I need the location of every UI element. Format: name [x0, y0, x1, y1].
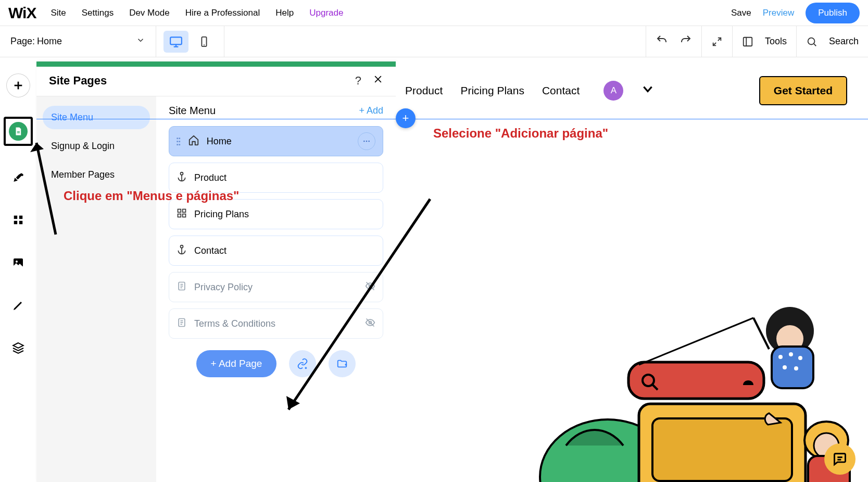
wix-logo: WiX [8, 4, 36, 22]
page-item-label: Terms & Conditions [194, 318, 275, 329]
layers-button[interactable] [7, 337, 30, 360]
menu-site[interactable]: Site [51, 8, 66, 18]
hero-illustration [535, 289, 858, 482]
add-element-button[interactable] [7, 74, 30, 97]
home-icon [188, 134, 199, 149]
page-selector[interactable]: Page: Home [0, 26, 156, 57]
anchor-icon [177, 171, 187, 184]
grid-icon [177, 208, 187, 221]
svg-point-24 [366, 141, 368, 142]
page-item-label: Product [194, 172, 227, 183]
page-item-privacy-policy[interactable]: Privacy Policy [169, 272, 383, 302]
svg-point-32 [181, 245, 183, 248]
add-menu-link[interactable]: + Add [359, 105, 383, 116]
chat-button[interactable] [824, 443, 856, 475]
menu-upgrade[interactable]: Upgrade [309, 8, 343, 18]
svg-point-60 [789, 352, 793, 356]
tab-site-menu[interactable]: Site Menu [43, 106, 150, 129]
panel-footer: + Add Page [169, 339, 383, 380]
add-link-button[interactable] [289, 350, 316, 377]
zoom-out-button[interactable] [701, 26, 732, 57]
theme-button[interactable] [7, 166, 30, 189]
page-item-more-button[interactable] [358, 132, 375, 150]
svg-point-19 [16, 261, 18, 263]
top-menu-bar: WiX Site Settings Dev Mode Hire a Profes… [0, 0, 868, 26]
get-started-button[interactable]: Get Started [759, 76, 847, 105]
chevron-down-icon [136, 35, 145, 47]
section-separator: + [36, 119, 868, 119]
svg-point-26 [181, 172, 183, 175]
add-folder-button[interactable] [329, 350, 356, 377]
svg-point-9 [808, 38, 815, 44]
left-rail [0, 61, 36, 368]
add-section-button[interactable]: + [396, 108, 416, 128]
panel-help-button[interactable]: ? [355, 74, 361, 88]
sub-bar: Page: Home Tools Search [0, 26, 868, 57]
site-nav-pricing[interactable]: Pricing Plans [460, 84, 524, 97]
menus-pages-button[interactable] [4, 117, 33, 146]
doc-icon [177, 281, 187, 294]
site-pages-panel: Site Pages ? Site Menu Signup & Login Me… [36, 61, 396, 482]
hidden-icon [365, 281, 375, 294]
mobile-view-button[interactable] [192, 31, 217, 53]
publish-button[interactable]: Publish [806, 3, 860, 23]
svg-line-10 [814, 44, 816, 46]
svg-rect-31 [183, 214, 186, 217]
panel-title: Site Pages [49, 74, 355, 88]
svg-point-13 [21, 174, 23, 176]
apps-button[interactable] [7, 208, 30, 231]
drag-handle-icon[interactable]: ▪▪▪▪▪▪ [177, 137, 181, 146]
search-button[interactable]: Search [796, 26, 868, 57]
preview-button[interactable]: Preview [763, 8, 794, 18]
blog-button[interactable] [7, 294, 30, 317]
svg-line-65 [639, 318, 753, 365]
doc-icon [177, 317, 187, 330]
redo-button[interactable] [680, 34, 692, 49]
undo-button[interactable] [656, 34, 668, 49]
page-item-label: Home [207, 136, 232, 147]
svg-point-62 [783, 365, 787, 369]
page-item-contact[interactable]: Contact [169, 236, 383, 266]
svg-rect-17 [19, 221, 22, 224]
site-nav-contact[interactable]: Contact [542, 84, 580, 97]
svg-rect-53 [628, 362, 764, 399]
page-item-terms-conditions[interactable]: Terms & Conditions [169, 308, 383, 339]
page-item-label: Pricing Plans [194, 209, 249, 220]
page-item-label: Privacy Policy [194, 282, 253, 293]
svg-point-59 [778, 355, 783, 359]
user-menu-chevron-icon[interactable] [641, 82, 655, 100]
menu-settings[interactable]: Settings [82, 8, 114, 18]
svg-point-63 [794, 366, 798, 370]
tools-button[interactable]: Tools [732, 26, 796, 57]
hidden-icon [365, 317, 375, 330]
svg-rect-30 [178, 214, 181, 217]
add-page-button[interactable]: + Add Page [196, 350, 277, 377]
panel-content: Site Menu + Add ▪▪▪▪▪▪ Home Produ [156, 96, 396, 482]
device-toggle [156, 26, 224, 57]
menu-help[interactable]: Help [275, 8, 294, 18]
svg-rect-58 [772, 347, 813, 388]
panel-close-button[interactable] [373, 74, 383, 88]
search-label: Search [829, 36, 859, 47]
menu-dev-mode[interactable]: Dev Mode [129, 8, 169, 18]
tab-signup-login[interactable]: Signup & Login [43, 134, 150, 158]
svg-rect-15 [19, 216, 22, 219]
tab-member-pages[interactable]: Member Pages [43, 163, 150, 187]
site-header: Product Pricing Plans Contact A Get Star… [396, 61, 868, 119]
page-selector-label: Page: [10, 36, 35, 47]
media-button[interactable] [7, 251, 30, 274]
panel-sidebar: Site Menu Signup & Login Member Pages [36, 96, 156, 482]
desktop-view-button[interactable] [163, 31, 188, 53]
annotation-menus-pages: Clique em "Menus e páginas" [64, 188, 240, 204]
avatar[interactable]: A [603, 81, 623, 101]
svg-rect-0 [170, 37, 182, 44]
save-button[interactable]: Save [731, 8, 751, 18]
svg-rect-14 [14, 216, 17, 219]
site-nav-product[interactable]: Product [405, 84, 443, 97]
svg-rect-52 [652, 418, 792, 481]
content-title: Site Menu [169, 105, 359, 117]
page-selector-name: Home [37, 36, 62, 47]
menu-hire-professional[interactable]: Hire a Professional [185, 8, 260, 18]
page-item-home[interactable]: ▪▪▪▪▪▪ Home [169, 126, 383, 156]
page-list: ▪▪▪▪▪▪ Home Product Pricing Plans [169, 126, 383, 339]
